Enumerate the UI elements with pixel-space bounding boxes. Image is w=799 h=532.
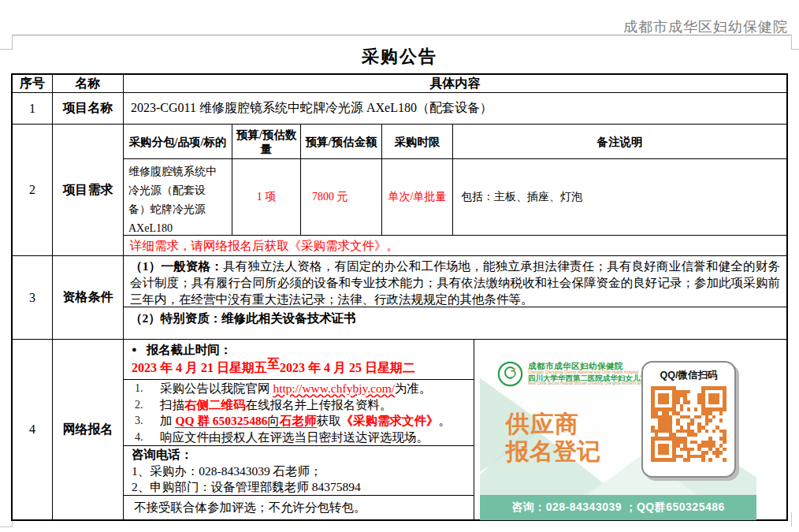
row2-serial: 2 [13, 125, 53, 255]
document-page: 成都市成华区妇幼保健院 采购公告 序号 名称 具体内容 1 项目名称 2023-… [0, 0, 799, 532]
no-consortium-note: 不接受联合体参加评选；不允许分包转包。 [124, 495, 474, 519]
registration-step-2: 2. 扫描右侧二维码在线报名并上传报名资料。 [135, 397, 469, 414]
step-3-number: 3. [135, 413, 160, 430]
qualification-special: （2）特别资质：维修此相关设备技术证书 [124, 307, 786, 339]
qualification-general-text: 具有独立法人资格，有固定的办公和工作场地，能独立承担法律责任；具有良好商业信誉和… [130, 259, 780, 306]
header-cell-content: 具体内容 [124, 75, 786, 92]
registration-step-1: 1. 采购公告以我院官网 http://www.chfybjy.com/为准。 [135, 381, 469, 397]
requirement-doc-name: 《采购需求文件》 [341, 414, 439, 427]
qualification-general: （1）一般资格：具有独立法人资格，有固定的办公和工作场地，能独立承担法律责任；具… [124, 256, 786, 307]
table-row-qualifications: 3 资格条件 （1）一般资格：具有独立法人资格，有固定的办公和工作场地，能独立承… [13, 255, 786, 339]
inner-header-row: 采购分包/品项/标的 预算/预估数量 预算/预估金额 采购时限 备注说明 [124, 125, 786, 159]
row1-label: 项目名称 [53, 93, 124, 124]
cell-time-limit: 单次/单批量 [382, 159, 453, 235]
step-2-suffix: 在线报名并上传报名资料。 [246, 398, 392, 411]
step-3-text: 加 [160, 414, 175, 427]
step-3-mid: 向 [268, 414, 281, 428]
crop-mark-bottom-right [791, 512, 792, 526]
step-2-number: 2. [135, 397, 160, 414]
row2-label: 项目需求 [53, 125, 124, 255]
procurement-table: 序号 名称 具体内容 1 项目名称 2023-CG011 维修腹腔镜系统中蛇牌冷… [11, 73, 788, 521]
row3-serial: 3 [13, 256, 53, 339]
supplier-registration-panel: 成都市成华区妇幼保健院 Chengdu Chenghua District Ma… [480, 344, 756, 520]
inner-header-target: 采购分包/品项/标的 [124, 125, 232, 158]
contact-line-2: 2、申购部门：设备管理部魏老师 84375894 [132, 479, 467, 496]
registration-steps: 1. 采购公告以我院官网 http://www.chfybjy.com/为准。 … [124, 379, 474, 445]
step-3-mid2: 获取 [317, 414, 341, 427]
deadline-label: 报名截止时间： [147, 343, 232, 356]
table-row-project-name: 1 项目名称 2023-CG011 维修腹腔镜系统中蛇牌冷光源 AXeL180（… [13, 92, 786, 124]
cell-quantity: 1 项 [232, 159, 301, 235]
crop-mark-bottom-left-h [0, 526, 13, 527]
supplier-title-line2: 报名登记 [506, 437, 600, 465]
qualification-general-label: （1）一般资格： [130, 259, 223, 273]
requirements-inner-table: 采购分包/品项/标的 预算/预估数量 预算/预估金额 采购时限 备注说明 维修腹… [124, 125, 786, 235]
deadline-conjunction: 至 [267, 357, 280, 370]
teacher-name: 石老师 [280, 414, 317, 428]
row4-serial: 4 [13, 340, 53, 519]
step-1-number: 1. [135, 381, 160, 397]
row1-serial: 1 [13, 93, 53, 124]
deadline-section: ●报名截止时间： 2023 年 4 月 21 日星期五至2023 年 4 月 2… [124, 340, 474, 379]
header-organization: 成都市成华区妇幼保健院 [623, 17, 788, 36]
table-row-project-requirements: 2 项目需求 采购分包/品项/标的 预算/预估数量 预算/预估金额 采购时限 备… [13, 124, 786, 255]
step-2-text: 扫描 [160, 398, 184, 411]
header-rule [13, 35, 792, 35]
qr-reference-highlight: 右侧二维码 [184, 398, 246, 411]
contact-title: 咨询电话： [132, 447, 467, 463]
row4-label: 网络报名 [53, 340, 124, 519]
cell-amount: 7800 元 [301, 159, 382, 235]
contact-line-1: 1、采购办：028-84343039 石老师； [132, 463, 467, 480]
panel-contact-banner: 咨询：028-84343039 ；QQ群650325486 [480, 495, 756, 520]
inner-header-time-limit: 采购时限 [382, 125, 453, 158]
registration-step-4: 4. 响应文件由授权人在评选当日密封送达评选现场。 [135, 430, 469, 446]
table-header-row: 序号 名称 具体内容 [13, 75, 786, 92]
row3-label: 资格条件 [53, 256, 124, 339]
detailed-requirements-note: 详细需求，请网络报名后获取《采购需求文件》。 [124, 235, 786, 257]
step-1-text: 采购公告以我院官网 [160, 381, 273, 395]
qq-group-link[interactable]: QQ 群 650325486 [175, 414, 267, 428]
header-cell-name: 名称 [53, 75, 124, 92]
qr-code [651, 386, 727, 462]
contact-section: 咨询电话： 1、采购办：028-84343039 石老师； 2、申购部门：设备管… [124, 445, 474, 495]
supplier-registration-title: 供应商 报名登记 [506, 410, 600, 465]
cell-remark: 包括：主板、插座、灯泡 [453, 159, 786, 235]
registration-step-3: 3. 加 QQ 群 650325486向石老师获取《采购需求文件》。 [135, 413, 469, 430]
header-cell-no: 序号 [13, 75, 53, 92]
table-row-online-registration: 4 网络报名 ●报名截止时间： 2023 年 4 月 21 日星期五至2023 … [13, 339, 786, 519]
step-4-text: 响应文件由授权人在评选当日密封送达评选现场。 [160, 430, 429, 446]
deadline-date-to: 2023 年 4 月 25 日星期二 [280, 361, 415, 374]
page-title: 采购公告 [0, 45, 799, 69]
inner-data-row: 维修腹腔镜系统中冷光源（配套设备）蛇牌冷光源 AXeL180 1 项 7800 … [124, 159, 786, 235]
inner-header-amount: 预算/预估金额 [301, 125, 382, 158]
step-3-suffix: 。 [439, 414, 452, 427]
step-4-number: 4. [135, 430, 160, 446]
official-site-link[interactable]: http://www.chfybjy.com/ [273, 381, 395, 395]
bullet-icon: ● [132, 344, 137, 354]
qr-scan-label: QQ/微信扫码 [660, 369, 718, 382]
qr-card: QQ/微信扫码 [641, 361, 736, 478]
deadline-dates: 2023 年 4 月 21 日星期五至2023 年 4 月 25 日星期二 [132, 360, 467, 377]
inner-header-quantity: 预算/预估数量 [232, 125, 301, 158]
supplier-title-line1: 供应商 [506, 410, 600, 437]
row1-content: 2023-CG011 维修腹腔镜系统中蛇牌冷光源 AXeL180（配套设备） [124, 93, 786, 124]
cell-procurement-target: 维修腹腔镜系统中冷光源（配套设备）蛇牌冷光源 AXeL180 [124, 159, 232, 235]
deadline-date-from: 2023 年 4 月 21 日星期五 [132, 361, 267, 374]
inner-header-remark: 备注说明 [453, 125, 786, 158]
step-1-suffix: 为准。 [395, 381, 432, 395]
hospital-emblem-icon [497, 361, 523, 387]
